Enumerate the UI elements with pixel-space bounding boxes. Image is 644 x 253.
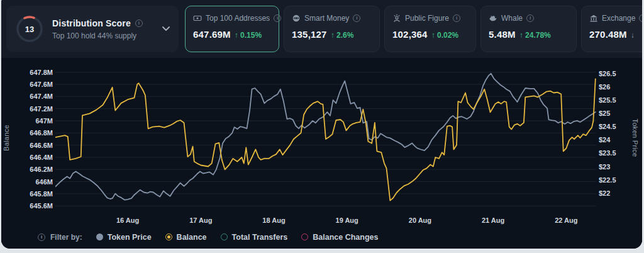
info-icon[interactable] — [639, 14, 642, 22]
incognito-mask-icon — [292, 14, 301, 23]
card-public-figure[interactable]: Public Figure102,364↑ 0.02% — [384, 6, 476, 52]
right-axis-tick: $22.5 — [599, 176, 616, 184]
right-axis-title: Token Price — [631, 87, 639, 188]
left-axis-tick: 646.6M — [21, 142, 53, 149]
token-analytics-widget: 13 Distribution Score Top 100 hold 44% s… — [1, 0, 642, 249]
left-axis-tick: 646.8M — [21, 129, 53, 137]
info-icon[interactable] — [38, 233, 45, 241]
x-axis-tick: 18 Aug — [256, 216, 291, 224]
card-exchange[interactable]: Exchange270.48M↓ — [581, 6, 642, 52]
card-value-row: 135,127↑ 2.6% — [292, 29, 372, 40]
card-title: Whale — [501, 14, 523, 23]
public-figure-icon — [392, 14, 401, 23]
right-axis-tick: $25.5 — [599, 96, 616, 104]
info-icon[interactable] — [353, 14, 360, 22]
legend-marker-selected-icon — [165, 233, 172, 240]
card-title: Public Figure — [405, 14, 449, 23]
x-axis-tick: 22 Aug — [548, 216, 584, 224]
chart-panel: Balance Token Price 647.8M647.6M647.4M64… — [1, 58, 642, 225]
x-axis-tick: 16 Aug — [110, 216, 145, 224]
card-label-row: Smart Money — [292, 14, 372, 23]
card-label-row: Public Figure — [392, 14, 468, 23]
right-axis-tick: $23 — [599, 163, 610, 171]
card-change: ↑ 2.6% — [331, 31, 354, 40]
right-axis-tick: $26 — [599, 83, 610, 91]
info-icon[interactable] — [135, 20, 143, 27]
legend-item-balance[interactable]: Balance — [165, 233, 207, 242]
x-axis-tick: 17 Aug — [183, 216, 218, 224]
distribution-score-gauge: 13 — [15, 14, 44, 43]
card-change: ↑ 0.02% — [431, 31, 458, 40]
card-value-row: 270.48M↓ — [589, 29, 642, 40]
legend-marker-hollow-icon — [221, 233, 228, 240]
legend-item-label: Total Transfers — [232, 233, 288, 242]
right-axis-tick: $26.5 — [599, 70, 616, 77]
card-title: Exchange — [602, 14, 635, 23]
card-change: ↑ 24.78% — [519, 31, 551, 40]
legend-marker-dot — [167, 235, 170, 239]
legend-marker-filled-icon — [96, 233, 103, 240]
right-axis-tick: $24 — [599, 136, 610, 143]
info-icon[interactable] — [526, 14, 534, 22]
card-smart-money[interactable]: Smart Money135,127↑ 2.6% — [284, 6, 380, 52]
left-axis-tick: 647.6M — [21, 81, 53, 88]
legend-item-token-price[interactable]: Token Price — [96, 233, 152, 242]
legend-item-label: Token Price — [108, 233, 152, 242]
distribution-score-value: 13 — [15, 14, 44, 43]
x-axis-tick: 20 Aug — [402, 216, 438, 224]
left-axis-tick: 647M — [21, 117, 53, 125]
legend-item-balance-changes[interactable]: Balance Changes — [301, 233, 378, 242]
chevron-down-icon[interactable] — [162, 26, 170, 31]
card-top-100-addresses[interactable]: Top 100 Addresses647.69M↑ 0.15% — [185, 6, 279, 52]
card-value: 647.69M — [193, 29, 231, 40]
distribution-score-panel[interactable]: 13 Distribution Score Top 100 hold 44% s… — [6, 6, 179, 52]
legend-marker-hollow-icon — [301, 233, 308, 240]
card-whale[interactable]: Whale5.48M↑ 24.78% — [480, 6, 577, 52]
distribution-score-text: Distribution Score Top 100 hold 44% supp… — [52, 18, 154, 40]
card-value: 270.48M — [589, 29, 627, 40]
legend-item-total-transfers[interactable]: Total Transfers — [221, 233, 288, 242]
right-axis-tick: $24.5 — [599, 123, 616, 130]
legend-item-label: Balance — [177, 233, 207, 242]
info-icon[interactable] — [274, 14, 281, 22]
whale-icon — [489, 14, 497, 23]
left-axis-tick: 647.2M — [21, 105, 53, 113]
left-axis-tick: 647.8M — [21, 69, 53, 76]
filter-by-label: Filter by: — [38, 233, 82, 242]
distribution-score-title: Distribution Score — [52, 18, 131, 28]
balance-line — [55, 79, 596, 200]
left-axis-tick: 646.2M — [21, 166, 53, 173]
left-axis-tick: 645.6M — [21, 202, 53, 210]
left-axis-title: Balance — [3, 87, 10, 188]
left-axis-tick: 647.4M — [21, 93, 53, 100]
x-axis-tick: 21 Aug — [475, 216, 511, 224]
card-change: ↓ — [631, 31, 635, 40]
info-icon[interactable] — [453, 14, 460, 22]
x-axis-tick: 19 Aug — [330, 216, 365, 224]
banknote-icon — [193, 14, 202, 23]
card-value: 102,364 — [392, 29, 428, 40]
legend-item-label: Balance Changes — [313, 233, 378, 242]
legend-bar: Filter by: Token PriceBalanceTotal Trans… — [1, 225, 642, 249]
card-label-row: Top 100 Addresses — [193, 14, 271, 23]
left-axis-tick: 646M — [21, 178, 53, 186]
card-title: Smart Money — [304, 14, 349, 23]
line-chart-plot[interactable] — [55, 66, 596, 211]
right-axis-tick: $25 — [599, 110, 610, 117]
card-value-row: 102,364↑ 0.02% — [392, 29, 468, 40]
bank-icon — [589, 14, 598, 23]
card-value: 5.48M — [489, 29, 516, 40]
right-axis-tick: $22 — [599, 189, 610, 197]
left-axis-tick: 646.4M — [21, 154, 53, 161]
card-value-row: 647.69M↑ 0.15% — [193, 29, 271, 40]
left-axis-tick: 645.8M — [21, 190, 53, 198]
top-bar: 13 Distribution Score Top 100 hold 44% s… — [1, 0, 642, 58]
card-value: 135,127 — [292, 29, 327, 40]
distribution-score-subtitle: Top 100 hold 44% supply — [52, 31, 154, 40]
card-change: ↑ 0.15% — [235, 31, 262, 40]
card-label-row: Whale — [489, 14, 569, 23]
right-axis-tick: $23.5 — [599, 149, 616, 157]
metric-cards: Top 100 Addresses647.69M↑ 0.15%Smart Mon… — [185, 6, 642, 52]
card-label-row: Exchange — [589, 14, 642, 23]
card-value-row: 5.48M↑ 24.78% — [489, 29, 569, 40]
